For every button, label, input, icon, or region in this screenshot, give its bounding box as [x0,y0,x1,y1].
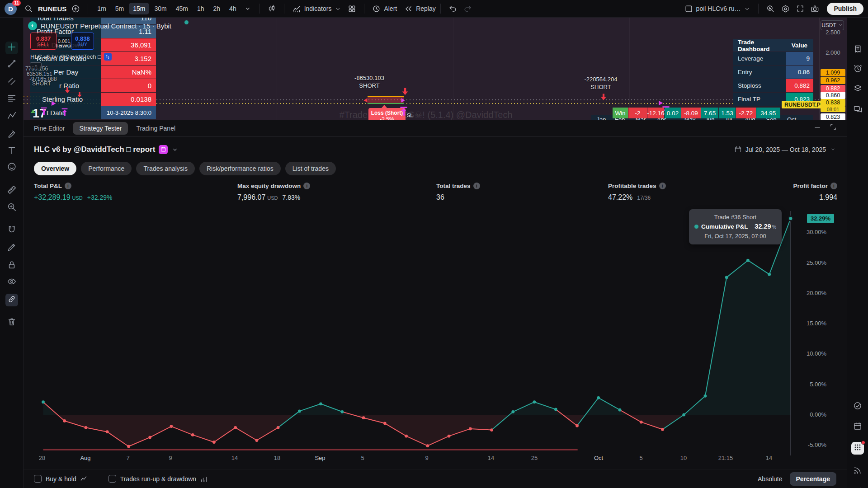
timeframe-45m-button[interactable]: 45m [172,3,192,14]
alert-button[interactable]: Alert [384,5,397,12]
info-icon[interactable]: i [659,183,666,189]
checkbox[interactable] [108,475,116,483]
undo-icon[interactable] [448,5,457,13]
series-dot-icon [694,225,698,229]
timeframe-5m-button[interactable]: 5m [111,3,128,14]
sidebar-apps[interactable] [851,442,864,455]
sidebar-signal[interactable] [851,465,864,478]
sidebar-alarm-clock[interactable] [851,63,864,75]
strategy-arrows-icon[interactable] [104,53,112,61]
timeframe-4h-button[interactable]: 4h [225,3,241,14]
indicators-icon[interactable] [292,4,301,13]
trades-runup-toggle[interactable]: Trades run-up & drawdown [108,475,208,483]
redo-icon[interactable] [463,5,472,13]
timeframe-2h-button[interactable]: 2h [209,3,225,14]
tool-pattern[interactable] [5,111,18,123]
pencil-icon [7,242,17,254]
publish-button[interactable]: Publish [827,3,863,15]
indicators-chevron-icon[interactable] [335,5,341,12]
tool-crosshair[interactable] [5,42,18,54]
tool-zoom[interactable] [5,202,18,214]
absolute-mode-button[interactable]: Absolute [758,475,782,483]
stat-extra: 17/36 [637,195,651,201]
chart-type-icon[interactable] [267,4,276,13]
checkbox[interactable] [34,475,42,483]
tool-brush[interactable] [5,128,18,141]
info-icon[interactable]: i [65,183,71,189]
price-axis[interactable]: USDT 2.5002.0001.0990.9620.8820.8600.838… [819,18,847,120]
tool-fib-retracement[interactable] [5,93,18,106]
tab-strategy-tester[interactable]: Strategy Tester [73,122,128,135]
add-symbol-icon[interactable] [71,5,80,13]
timeframe-chevron-icon[interactable] [244,5,251,12]
symbol-search-button[interactable]: RUNEUS [38,5,66,13]
tool-pencil[interactable] [5,242,18,254]
tool-eye[interactable] [5,276,18,289]
avatar[interactable]: D11 [5,3,17,15]
quick-search-icon[interactable] [766,5,775,13]
layout-grid-icon[interactable] [348,5,356,13]
layout-icon[interactable] [684,5,693,13]
subtab-trades-analysis[interactable]: Trades analysis [136,162,195,175]
short-arrow-icon [400,87,410,97]
minimize-panel-icon[interactable] [813,123,821,133]
sidebar-watchlist[interactable] [851,43,864,56]
tp-marker-icon [60,107,70,117]
info-icon[interactable]: i [830,183,837,189]
x-axis-label: 14 [755,455,783,461]
timeframe-1h-button[interactable]: 1h [193,3,208,14]
screenshot-icon[interactable] [811,5,819,13]
replay-icon[interactable] [404,5,413,13]
timeframe-30m-button[interactable]: 30m [150,3,170,14]
strategy-menu-chevron-icon[interactable] [171,146,179,153]
tool-ruler[interactable] [5,184,18,197]
tab-trading-panel[interactable]: Trading Panel [130,122,182,135]
info-icon[interactable]: i [473,183,480,189]
report-calendar-icon[interactable] [159,145,168,154]
settings-icon[interactable] [781,5,790,13]
sidebar-check-circle[interactable] [851,400,864,413]
sidebar-calendar[interactable] [851,421,864,433]
sidebar-layers[interactable] [851,83,864,95]
info-icon[interactable]: i [303,183,310,189]
timeframe-1m-button[interactable]: 1m [93,3,110,14]
tool-text[interactable] [5,145,18,158]
tab-pine-editor[interactable]: Pine Editor [28,122,71,135]
tool-lock[interactable] [5,259,18,272]
sidebar-chat[interactable] [851,104,864,117]
subtab-performance[interactable]: Performance [81,162,132,175]
timeframe-15m-button[interactable]: 15m [129,3,149,14]
replay-button[interactable]: Replay [416,5,436,12]
indicators-button[interactable]: Indicators [304,5,332,12]
monthly-cell: -2.72 [736,108,756,118]
alert-icon[interactable] [372,5,381,13]
dashboard-row: Entry0.86 [733,66,814,79]
buy-hold-toggle[interactable]: Buy & hold [34,475,88,483]
tool-magnet[interactable] [5,224,18,237]
percentage-mode-button[interactable]: Percentage [790,472,836,486]
buy-button[interactable]: 0.838 BUY [71,33,94,50]
search-icon[interactable] [24,5,33,13]
sidebar-help[interactable] [851,486,864,488]
tool-parallel-channel[interactable] [5,76,18,89]
stats-table-row: t Date10-3-2025 8:30:0 [30,106,156,119]
subtab-risk-performance-ratios[interactable]: Risk/performance ratios [199,162,281,175]
tool-emoji[interactable] [5,161,18,174]
price-label-red: 0.882 [821,85,845,92]
fullscreen-icon[interactable] [796,5,804,13]
collapse-button[interactable] [30,62,42,69]
tool-trash[interactable] [5,316,18,329]
symbol-title[interactable]: RUNEUSDT Perpetual Contract · 15 · Bybit [41,22,171,30]
strategy-name[interactable]: HLC v6 by @DaviddTech □ [30,53,101,60]
layout-name[interactable]: poil HLCv6 ru… [696,5,741,12]
subtab-overview[interactable]: Overview [34,162,76,175]
sell-button[interactable]: 0.837 SELL [30,33,57,50]
layout-chevron-icon[interactable] [744,5,750,12]
entry-triangle-icon [400,97,406,103]
tool-trend-line[interactable] [5,58,18,71]
date-range-picker[interactable]: Jul 20, 2025 — Oct 18, 2025 [734,145,836,153]
subtab-list-of-trades[interactable]: List of trades [285,162,336,175]
price-chart-area[interactable]: #TradeLikeaBOSS☠! (5.1.4) @DaviddTech RU… [24,18,847,120]
expand-panel-icon[interactable] [830,123,837,133]
tool-link[interactable] [5,294,18,306]
